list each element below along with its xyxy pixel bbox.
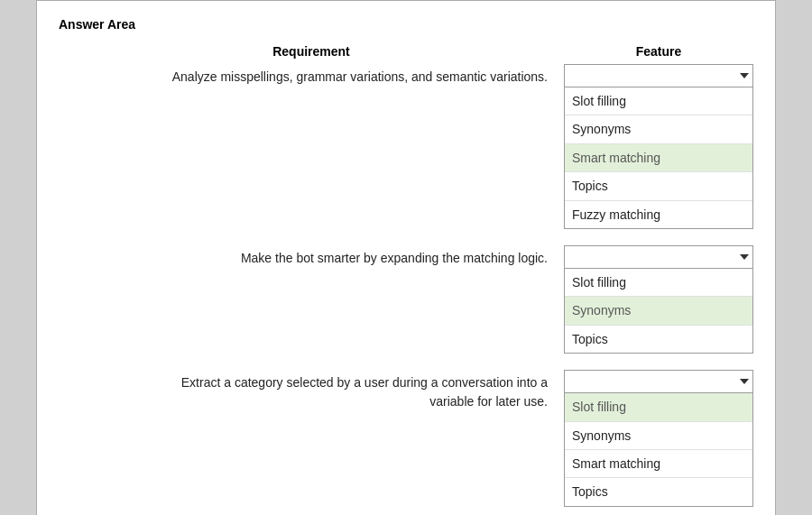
list-item[interactable]: Slot filling [565,393,752,421]
chevron-down-icon [740,379,749,384]
chevron-down-icon [740,254,749,260]
dropdown-toggle-1[interactable] [564,64,753,87]
table-header: Requirement Feature [59,44,753,59]
list-item[interactable]: Fuzzy matching [565,201,752,228]
chevron-down-icon [740,73,749,78]
requirement-text-2: Make the bot smarter by expanding the ma… [59,245,564,268]
list-item[interactable]: Slot filling [565,269,752,297]
list-item[interactable]: Topics [565,172,752,200]
dropdown-container-2: Slot filling Synonyms Topics [564,245,753,354]
answer-area-title: Answer Area [59,17,753,32]
requirement-text-1: Analyze misspellings, grammar variations… [59,64,564,87]
list-item[interactable]: Synonyms [565,297,752,325]
list-item[interactable]: Synonyms [565,115,752,143]
header-feature: Feature [564,44,753,59]
header-requirement: Requirement [59,44,564,59]
table-row: Analyze misspellings, grammar variations… [59,64,753,229]
list-item[interactable]: Slot filling [565,87,752,115]
dropdown-list-3: Slot filling Synonyms Smart matching Top… [564,393,753,507]
list-item[interactable]: Topics [565,326,752,353]
dropdown-container-1: Slot filling Synonyms Smart matching Top… [564,64,753,229]
list-item[interactable]: Topics [565,478,752,505]
dropdown-toggle-2[interactable] [564,245,753,269]
table-row: Make the bot smarter by expanding the ma… [59,245,753,354]
dropdown-container-3: Slot filling Synonyms Smart matching Top… [564,370,753,507]
list-item[interactable]: Smart matching [565,144,752,172]
dropdown-toggle-3[interactable] [564,370,753,393]
requirement-text-3: Extract a category selected by a user du… [59,370,564,411]
list-item[interactable]: Synonyms [565,422,752,450]
list-item[interactable]: Smart matching [565,450,752,478]
dropdown-list-2: Slot filling Synonyms Topics [564,269,753,354]
table-row: Extract a category selected by a user du… [59,370,753,507]
dropdown-list-1: Slot filling Synonyms Smart matching Top… [564,87,753,229]
answer-area: Answer Area Requirement Feature Analyze … [36,0,776,515]
